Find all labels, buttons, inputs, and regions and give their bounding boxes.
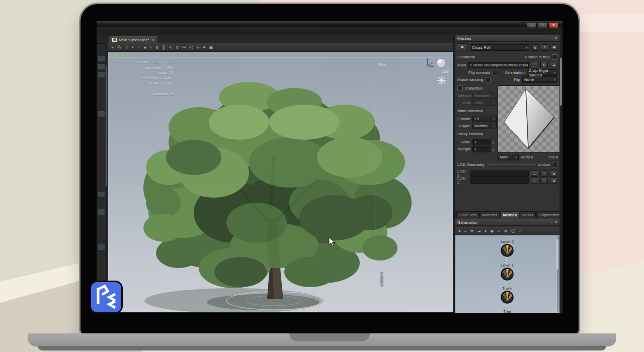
branch-moon-icon[interactable]: ◖ — [131, 44, 134, 51]
left-panel-item[interactable] — [98, 71, 105, 78]
generation-dock-icon[interactable]: ▫ — [551, 221, 552, 224]
scale-field[interactable]: 1 — [472, 139, 491, 145]
mesh-preview[interactable] — [498, 85, 560, 153]
left-panel-item[interactable] — [98, 244, 105, 250]
pcc-logo — [90, 281, 123, 314]
flip-normals-checkbox[interactable] — [493, 70, 498, 75]
cut-tool-icon[interactable]: ✂ — [182, 44, 186, 51]
node-label-level1[interactable]: Level 1 — [492, 263, 522, 268]
maximize-button[interactable]: □ — [538, 22, 547, 28]
flip-value: None — [524, 77, 534, 82]
tab-displacements[interactable]: Displacements — [536, 211, 562, 218]
check-tool-icon[interactable]: ✓ — [137, 44, 141, 51]
delete-node-icon[interactable]: ✕ — [519, 227, 522, 235]
embed-in-tree-checkbox[interactable] — [552, 54, 557, 60]
node-icon-trunk[interactable] — [501, 291, 514, 304]
left-panel-item[interactable] — [98, 63, 105, 70]
wind-tool-icon[interactable]: ∿ — [169, 44, 173, 51]
eye-icon[interactable]: ◉ — [490, 227, 494, 235]
match-winding-checkbox[interactable] — [485, 77, 491, 82]
node-label-level2[interactable]: Level 2 — [492, 239, 522, 244]
main-mesh-path-field[interactable]: e Studio v6\Samples\Meshes\Cross-Foil.st… — [468, 62, 529, 68]
meshes-panel-header[interactable]: Meshes ▫ ✕ — [455, 35, 559, 42]
unitize-checkbox[interactable] — [552, 162, 557, 167]
tab-meshes[interactable]: Meshes — [500, 211, 519, 218]
node-label-tree[interactable]: Tree — [492, 309, 522, 313]
orientation-dropdown[interactable]: Z-Up Right-handed ▾ — [527, 69, 557, 76]
leaf-tool-icon[interactable]: ✳ — [124, 44, 128, 51]
flip-dropdown[interactable]: None ▾ — [522, 76, 557, 83]
left-panel-scrollbar-thumb[interactable] — [106, 65, 107, 186]
move-tool-icon[interactable]: ✛ — [196, 44, 200, 51]
left-panel-item[interactable] — [98, 209, 105, 215]
node-label-trunk[interactable]: Trunk — [492, 286, 522, 291]
collection-section-label: Collection — [465, 86, 482, 91]
browse-main-button[interactable]: ... — [531, 62, 538, 68]
close-button[interactable]: ✕ — [549, 22, 558, 28]
tab-close-icon[interactable]: ✕ — [151, 38, 155, 42]
left-panel-item[interactable] — [98, 191, 105, 198]
tab-color-sets[interactable]: Color Sets — [456, 211, 479, 218]
fork-tool-icon[interactable]: ⋔ — [155, 44, 159, 51]
sphere-shade-icon[interactable]: ● — [203, 44, 205, 51]
shield-icon[interactable]: ♦ — [485, 227, 487, 235]
panel-close-icon[interactable]: ✕ — [554, 36, 557, 40]
check-icon[interactable]: ✓ — [497, 227, 501, 235]
collection-checkbox[interactable] — [457, 85, 463, 91]
node-icon-level1[interactable] — [501, 268, 514, 281]
weight-spinner[interactable]: ▴▾ — [493, 147, 497, 151]
left-panel-item[interactable] — [98, 55, 105, 62]
meshes-panel-scroll-thumb[interactable] — [560, 58, 562, 106]
weight-field[interactable]: 1 — [472, 146, 491, 152]
orientation-label: Orientation — [505, 70, 525, 75]
paint-mesh-button[interactable]: ◆ — [550, 44, 558, 51]
dock-icon[interactable]: ▫ — [551, 37, 552, 40]
tab-materials[interactable]: Materials — [479, 211, 500, 218]
lod2-field[interactable] — [470, 178, 529, 184]
cloud-icon[interactable]: ☁ — [477, 227, 481, 235]
export-mesh-button[interactable]: ↥ — [541, 44, 548, 51]
rotate-tool-icon[interactable]: ↻ — [176, 44, 180, 51]
preview-slot-dropdown[interactable]: Main▾ — [498, 154, 519, 160]
hierarchy-icon[interactable]: ⁂ — [117, 44, 121, 51]
meshes-panel-scrollbar[interactable] — [559, 35, 562, 313]
mesh-selector-dropdown[interactable]: Cross-Foil ▾ — [470, 44, 529, 51]
sphere-display-icon[interactable]: ● — [458, 227, 461, 235]
tab-masks[interactable]: Masks — [520, 211, 536, 218]
node-graph-scrollbar[interactable] — [557, 236, 559, 312]
layers-tool-icon[interactable]: ▣ — [209, 44, 213, 51]
scale-spinner[interactable]: ▴▾ — [493, 140, 497, 144]
generation-node-graph[interactable]: Level 2 Level 1 Trunk Tree — [455, 235, 559, 313]
generation-close-icon[interactable]: ✕ — [554, 220, 557, 224]
seed-tool-icon[interactable]: ❙ — [162, 44, 166, 51]
laptop-base-edge — [38, 346, 606, 350]
ripple-dropdown[interactable]: Normal▾ — [472, 123, 497, 129]
info-icon[interactable]: ⓘ — [511, 227, 515, 235]
minimize-button[interactable]: – — [527, 22, 536, 28]
document-tab[interactable]: New SpeedTree* ✕ — [109, 36, 158, 44]
lod2-extra-button[interactable]: ▫ — [540, 178, 548, 184]
render-sphere-icon[interactable]: ◒ — [111, 44, 114, 51]
tree-tool-icon[interactable]: ♠ — [144, 44, 146, 51]
weight-label: Weight — [457, 147, 470, 151]
flip-label: Flip — [514, 77, 520, 82]
geometry-section-label: Geometry — [457, 55, 475, 59]
hand-paint-button[interactable]: ✱ — [457, 43, 468, 51]
locate-mesh-icon[interactable]: ◄ — [550, 62, 557, 68]
generation-panel-header[interactable]: Generation ▫ ✕ — [455, 219, 559, 226]
collapse-list-icon[interactable]: ≡ — [464, 227, 467, 235]
expand-list-icon[interactable]: ≣ — [470, 227, 474, 235]
lock-icon[interactable]: ⊠ — [504, 227, 508, 235]
lod2-locate-button[interactable]: ◄ — [550, 178, 557, 184]
lod2-browse-button[interactable]: ... — [531, 178, 538, 184]
viewport-mode-label[interactable]: perspective — [110, 52, 131, 57]
reload-mesh-icon[interactable]: ↻ — [540, 62, 548, 68]
viewport-3d[interactable]: perspective TRIANGLES - TREE branches: 7… — [108, 52, 453, 312]
add-remove-mesh-button[interactable]: ± — [531, 44, 539, 51]
node-icon-level2[interactable] — [501, 244, 514, 257]
growth-dropdown[interactable]: +Y▾ — [472, 116, 497, 122]
target-tool-icon[interactable]: ◎ — [189, 44, 193, 51]
left-panel-item[interactable] — [98, 111, 105, 117]
orientation-value: Z-Up Right-handed — [529, 68, 552, 77]
sprout-tool-icon[interactable]: ⑂ — [149, 44, 152, 51]
